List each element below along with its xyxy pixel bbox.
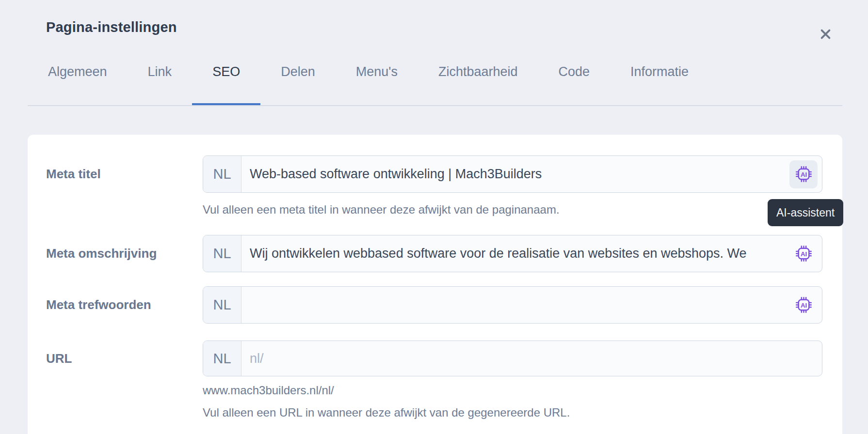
tab-menus[interactable]: Menu's — [336, 47, 418, 105]
language-badge: NL — [203, 156, 241, 192]
svg-text:AI: AI — [800, 302, 806, 309]
meta-title-helper-text: Vul alleen een meta titel in wanneer dez… — [203, 202, 560, 217]
svg-text:AI: AI — [800, 171, 806, 178]
ai-chip-icon: AI — [795, 245, 813, 263]
ai-chip-icon: AI — [795, 165, 813, 183]
meta-keywords-input-group: NL AI — [203, 286, 822, 324]
ai-assistant-button[interactable]: AI — [789, 291, 818, 319]
tab-zichtbaarheid[interactable]: Zichtbaarheid — [418, 47, 538, 105]
language-badge: NL — [203, 235, 241, 272]
ai-assistant-tooltip: AI-assistent — [768, 199, 843, 226]
meta-keywords-label: Meta trefwoorden — [46, 297, 151, 312]
tab-informatie[interactable]: Informatie — [610, 47, 709, 105]
meta-description-input[interactable] — [241, 235, 822, 272]
tab-bar: Algemeen Link SEO Delen Menu's Zichtbaar… — [28, 47, 842, 106]
meta-keywords-input[interactable] — [241, 287, 822, 323]
meta-title-label: Meta titel — [46, 167, 101, 181]
tab-seo[interactable]: SEO — [192, 47, 260, 105]
ai-chip-icon: AI — [795, 296, 813, 314]
tab-delen[interactable]: Delen — [260, 47, 336, 105]
svg-text:AI: AI — [800, 250, 806, 258]
meta-title-input-group: NL AI — [203, 155, 822, 193]
seo-form-panel: Meta titel NL AI Vul alleen een meta tit… — [28, 135, 842, 434]
meta-title-input[interactable] — [241, 156, 822, 192]
url-input[interactable] — [241, 341, 822, 376]
language-badge: NL — [203, 341, 241, 376]
meta-description-label: Meta omschrijving — [46, 246, 157, 261]
page-settings-dialog: Pagina-instellingen Algemeen Link SEO De… — [0, 0, 868, 434]
url-input-group: NL — [203, 341, 822, 376]
ai-assistant-button[interactable]: AI — [789, 160, 818, 188]
tab-code[interactable]: Code — [538, 47, 611, 105]
ai-assistant-button[interactable]: AI — [789, 240, 818, 268]
tab-algemeen[interactable]: Algemeen — [28, 47, 128, 105]
tab-link[interactable]: Link — [128, 47, 193, 105]
page-title: Pagina-instellingen — [46, 19, 177, 35]
url-helper-text: Vul alleen een URL in wanneer deze afwij… — [203, 405, 570, 420]
url-preview-text: www.mach3builders.nl/nl/ — [203, 383, 334, 398]
meta-description-input-group: NL AI — [203, 235, 822, 272]
language-badge: NL — [203, 287, 241, 323]
close-button[interactable] — [815, 23, 836, 45]
url-label: URL — [46, 351, 72, 366]
close-icon — [819, 28, 832, 41]
